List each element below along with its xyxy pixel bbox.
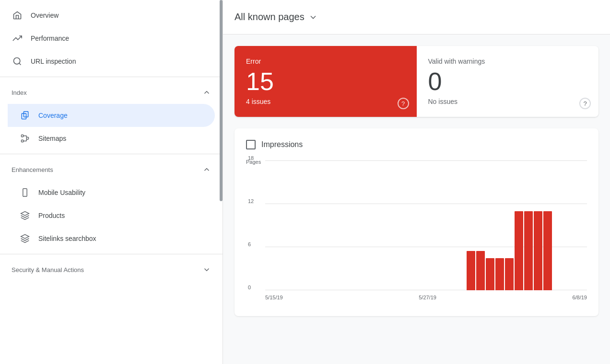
home-icon bbox=[12, 10, 23, 21]
sitelinks-icon bbox=[19, 233, 31, 244]
svg-rect-4 bbox=[22, 135, 23, 137]
sidebar-item-overview-label: Overview bbox=[31, 11, 59, 19]
chart-section: Impressions Pages 18 12 6 bbox=[235, 128, 598, 316]
sidebar-item-performance[interactable]: Performance bbox=[0, 27, 215, 50]
svg-rect-11 bbox=[23, 189, 27, 197]
svg-marker-14 bbox=[21, 235, 29, 239]
divider-2 bbox=[0, 154, 223, 154]
sidebar-item-products[interactable]: Products bbox=[8, 204, 215, 227]
gridline-18-label: 18 bbox=[248, 155, 254, 161]
sidebar-item-sitelinks-searchbox[interactable]: Sitelinks searchbox bbox=[8, 227, 215, 250]
x-axis: 5/15/19 5/27/19 6/8/19 bbox=[265, 290, 587, 305]
section-enhancements[interactable]: Enhancements bbox=[0, 158, 223, 181]
warning-card: Valid with warnings 0 No issues ? bbox=[417, 46, 599, 117]
section-security-label: Security & Manual Actions bbox=[12, 266, 84, 273]
error-card-number: 15 bbox=[246, 69, 405, 94]
sidebar-item-coverage-label: Coverage bbox=[38, 112, 68, 119]
bar bbox=[505, 258, 514, 291]
divider-3 bbox=[0, 254, 223, 254]
products-icon bbox=[19, 210, 31, 221]
chevron-up-icon bbox=[202, 88, 211, 97]
main-body: Error 15 4 issues ? Valid with warnings … bbox=[223, 34, 610, 328]
status-cards: Error 15 4 issues ? Valid with warnings … bbox=[235, 46, 598, 117]
search-icon bbox=[12, 56, 23, 67]
sidebar-item-mobile-usability[interactable]: Mobile Usability bbox=[8, 181, 215, 204]
dropdown-chevron-icon bbox=[308, 12, 318, 22]
x-label-3: 6/8/19 bbox=[572, 295, 587, 300]
chart-title: Impressions bbox=[261, 140, 303, 149]
warning-card-number: 0 bbox=[428, 69, 587, 94]
sidebar-item-products-label: Products bbox=[38, 212, 65, 219]
sidebar: Overview Performance URL inspection Inde… bbox=[0, 0, 223, 364]
sidebar-item-overview[interactable]: Overview bbox=[0, 4, 215, 27]
svg-line-1 bbox=[19, 63, 21, 65]
section-index-label: Index bbox=[12, 89, 27, 96]
main-content-area: All known pages Error 15 4 issues ? Vali… bbox=[223, 0, 610, 364]
section-index[interactable]: Index bbox=[0, 81, 223, 104]
svg-rect-6 bbox=[26, 137, 28, 139]
warning-card-label: Valid with warnings bbox=[428, 57, 587, 65]
bars-container bbox=[265, 161, 587, 290]
scrollbar-track bbox=[220, 0, 223, 364]
index-subsection: Coverage Sitemaps bbox=[0, 104, 223, 150]
gridline-6-label: 6 bbox=[248, 241, 251, 247]
gridline-0-label: 0 bbox=[248, 284, 251, 290]
pages-dropdown[interactable]: All known pages bbox=[235, 11, 318, 23]
gridline-12-label: 12 bbox=[248, 198, 254, 204]
scrollbar-thumb[interactable] bbox=[220, 0, 223, 201]
bar bbox=[534, 211, 542, 290]
chart-area: Pages 18 12 6 0 bbox=[246, 161, 587, 305]
sidebar-item-url-inspection[interactable]: URL inspection bbox=[0, 50, 215, 73]
impressions-checkbox[interactable] bbox=[246, 140, 256, 149]
x-label-1: 5/15/19 bbox=[265, 295, 283, 300]
error-card-label: Error bbox=[246, 57, 405, 65]
sidebar-item-performance-label: Performance bbox=[31, 34, 69, 42]
chevron-up-icon-2 bbox=[202, 165, 211, 174]
bar bbox=[476, 251, 485, 291]
sidebar-item-sitemaps[interactable]: Sitemaps bbox=[8, 127, 215, 150]
svg-marker-13 bbox=[21, 212, 29, 216]
sidebar-item-url-inspection-label: URL inspection bbox=[31, 57, 76, 65]
sidebar-item-sitelinks-searchbox-label: Sitelinks searchbox bbox=[38, 235, 96, 242]
chart-header: Impressions bbox=[246, 140, 587, 149]
section-enhancements-label: Enhancements bbox=[12, 166, 53, 173]
error-card: Error 15 4 issues ? bbox=[235, 46, 417, 117]
warning-card-sub: No issues bbox=[428, 98, 587, 105]
sidebar-item-mobile-usability-label: Mobile Usability bbox=[38, 189, 85, 196]
bar bbox=[486, 258, 494, 291]
section-security[interactable]: Security & Manual Actions bbox=[0, 258, 223, 281]
enhancements-subsection: Mobile Usability Products Sitelinks bbox=[0, 181, 223, 250]
svg-point-0 bbox=[14, 58, 20, 64]
svg-rect-5 bbox=[22, 140, 23, 142]
coverage-icon bbox=[19, 110, 31, 121]
bar bbox=[495, 258, 504, 291]
x-label-2: 5/27/19 bbox=[419, 295, 436, 300]
sidebar-item-coverage[interactable]: Coverage bbox=[8, 104, 215, 127]
trending-up-icon bbox=[12, 33, 23, 44]
bar bbox=[524, 211, 533, 290]
sitemaps-icon bbox=[19, 133, 31, 144]
main-header: All known pages bbox=[223, 0, 610, 34]
chevron-down-icon bbox=[202, 265, 211, 274]
divider-1 bbox=[0, 77, 223, 77]
pages-dropdown-label: All known pages bbox=[235, 11, 305, 23]
sidebar-item-sitemaps-label: Sitemaps bbox=[38, 135, 66, 142]
warning-help-icon[interactable]: ? bbox=[579, 98, 591, 109]
bar bbox=[467, 251, 475, 291]
mobile-icon bbox=[19, 187, 31, 198]
error-help-icon[interactable]: ? bbox=[398, 98, 409, 109]
bar bbox=[543, 211, 552, 290]
bar bbox=[515, 211, 523, 290]
error-card-sub: 4 issues bbox=[246, 98, 405, 105]
